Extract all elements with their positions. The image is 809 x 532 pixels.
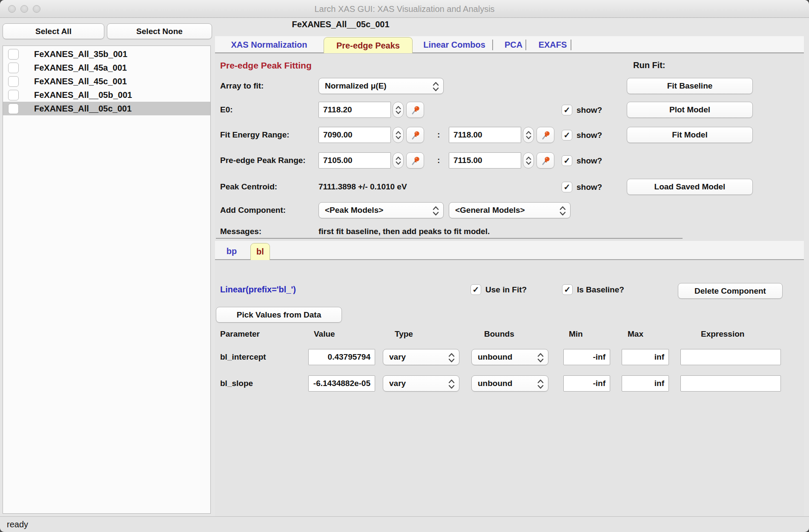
tab-bp[interactable]: bp	[223, 243, 241, 260]
param-bounds-select[interactable]: unbound	[471, 349, 548, 365]
chevron-up-down-icon	[432, 81, 439, 92]
param-value-input[interactable]: -6.1434882e-05	[308, 375, 375, 392]
centroid-show-row: ✓ show?	[562, 182, 602, 192]
peak-range-from-pin-button[interactable]	[406, 152, 424, 169]
file-checkbox[interactable]	[8, 49, 19, 60]
col-header-parameter: Parameter	[220, 326, 260, 342]
chevron-up-down-icon	[432, 206, 439, 216]
spinner-arrows-icon	[395, 155, 402, 166]
param-min-input[interactable]: -inf	[563, 375, 610, 392]
is-baseline-checkbox[interactable]: ✓	[562, 284, 573, 295]
peak-range-to-pin-button[interactable]	[536, 152, 554, 169]
component-title: Linear(prefix='bl_')	[220, 281, 296, 297]
chevron-up-down-icon	[537, 379, 544, 389]
run-fit-label: Run Fit:	[633, 60, 666, 70]
fit-range-to-pin-button[interactable]	[536, 127, 554, 143]
fit-range-to-spinner[interactable]	[523, 127, 534, 143]
use-in-fit-checkbox[interactable]: ✓	[470, 284, 481, 295]
tab-pre-edge-peaks[interactable]: Pre-edge Peaks	[324, 37, 413, 54]
peak-range-from-spinner[interactable]	[393, 152, 404, 169]
file-checkbox[interactable]	[8, 103, 19, 114]
list-item-selected[interactable]: FeXANES_All__05c_001	[3, 102, 210, 115]
load-saved-model-button[interactable]: Load Saved Model	[627, 179, 753, 195]
peak-range-show-row: ✓ show?	[562, 155, 602, 166]
tab-bl[interactable]: bl	[250, 243, 270, 260]
peak-range-to-spinner[interactable]	[523, 152, 534, 169]
show-label: show?	[577, 106, 602, 115]
fit-range-to-input[interactable]: 7118.00	[449, 127, 521, 143]
param-bounds-select[interactable]: unbound	[471, 375, 548, 392]
list-item[interactable]: FeXANES_All__05b_001	[3, 88, 210, 102]
chevron-up-down-icon	[537, 352, 544, 363]
array-to-fit-select[interactable]: Normalized μ(E)	[318, 78, 444, 94]
param-type-value: vary	[389, 379, 406, 388]
is-baseline-row: ✓ Is Baseline?	[562, 284, 624, 295]
file-checkbox[interactable]	[8, 90, 19, 100]
plot-model-button[interactable]: Plot Model	[627, 102, 753, 118]
select-none-button[interactable]: Select None	[107, 23, 212, 39]
general-models-select[interactable]: <General Models>	[449, 202, 571, 218]
tab-xas-normalization[interactable]: XAS Normalization	[226, 36, 313, 53]
fit-range-from-input[interactable]: 7090.00	[318, 127, 391, 143]
peak-models-select[interactable]: <Peak Models>	[318, 202, 444, 218]
file-checkbox[interactable]	[8, 63, 19, 73]
spinner-arrows-icon	[525, 130, 532, 140]
param-bounds-value: unbound	[478, 352, 512, 361]
show-label: show?	[577, 131, 602, 140]
status-bar: ready	[0, 516, 809, 532]
section-heading: Pre-edge Peak Fitting	[220, 60, 312, 71]
param-min-input[interactable]: -inf	[563, 349, 610, 365]
pin-icon	[410, 155, 421, 166]
col-header-type: Type	[395, 326, 413, 342]
param-type-select[interactable]: vary	[383, 349, 459, 365]
use-in-fit-row: ✓ Use in Fit?	[470, 284, 527, 295]
e0-show-checkbox[interactable]: ✓	[562, 105, 572, 115]
list-item[interactable]: FeXANES_All_35b_001	[3, 47, 210, 61]
peak-centroid-label: Peak Centroid:	[220, 179, 277, 195]
app-window: Larch XAS GUI: XAS Visualization and Ana…	[0, 0, 809, 532]
e0-pin-button[interactable]	[406, 102, 424, 118]
e0-label: E0:	[220, 102, 233, 118]
select-all-button[interactable]: Select All	[3, 23, 104, 39]
peak-range-show-checkbox[interactable]: ✓	[562, 155, 572, 166]
dataset-title: FeXANES_All__05c_001	[215, 20, 466, 29]
param-value-input[interactable]: 0.43795794	[308, 349, 375, 365]
delete-component-button[interactable]: Delete Component	[678, 283, 783, 299]
col-header-value: Value	[314, 326, 335, 342]
peak-range-from-input[interactable]: 7105.00	[318, 152, 391, 169]
fit-range-from-pin-button[interactable]	[406, 127, 424, 143]
fit-range-from-spinner[interactable]	[393, 127, 404, 143]
fit-baseline-button[interactable]: Fit Baseline	[627, 78, 753, 94]
fit-range-show-checkbox[interactable]: ✓	[562, 130, 572, 140]
file-label: FeXANES_All__05c_001	[34, 104, 132, 114]
peak-range-to-input[interactable]: 7115.00	[449, 152, 521, 169]
fit-energy-range-label: Fit Energy Range:	[220, 127, 290, 143]
col-header-bounds: Bounds	[484, 326, 514, 342]
list-item[interactable]: FeXANES_All_45a_001	[3, 61, 210, 74]
param-max-input[interactable]: inf	[622, 349, 669, 365]
separator-line	[216, 238, 683, 239]
status-text: ready	[7, 520, 28, 529]
list-item[interactable]: FeXANES_All_45c_001	[3, 74, 210, 88]
range-colon: :	[437, 152, 440, 169]
e0-input[interactable]: 7118.20	[318, 102, 391, 118]
component-tab-strip: bp bl	[215, 241, 804, 260]
param-type-select[interactable]: vary	[383, 375, 459, 392]
file-checkbox[interactable]	[8, 76, 19, 87]
tab-separator	[525, 40, 526, 50]
file-label: FeXANES_All_35b_001	[34, 49, 127, 59]
peak-centroid-value: 7111.3898 +/- 0.1010 eV	[318, 179, 407, 195]
array-to-fit-value: Normalized μ(E)	[325, 81, 387, 90]
tab-exafs[interactable]: EXAFS	[529, 36, 576, 53]
param-expression-input[interactable]	[680, 349, 781, 365]
e0-spinner[interactable]	[393, 102, 404, 118]
param-expression-input[interactable]	[680, 375, 781, 392]
title-bar: Larch XAS GUI: XAS Visualization and Ana…	[0, 0, 809, 18]
pin-icon	[540, 130, 551, 140]
centroid-show-checkbox[interactable]: ✓	[562, 182, 572, 192]
tab-linear-combos[interactable]: Linear Combos	[419, 36, 490, 53]
param-max-input[interactable]: inf	[622, 375, 669, 392]
fit-range-show-row: ✓ show?	[562, 130, 602, 140]
fit-model-button[interactable]: Fit Model	[627, 127, 753, 143]
pick-values-button[interactable]: Pick Values from Data	[216, 307, 342, 323]
